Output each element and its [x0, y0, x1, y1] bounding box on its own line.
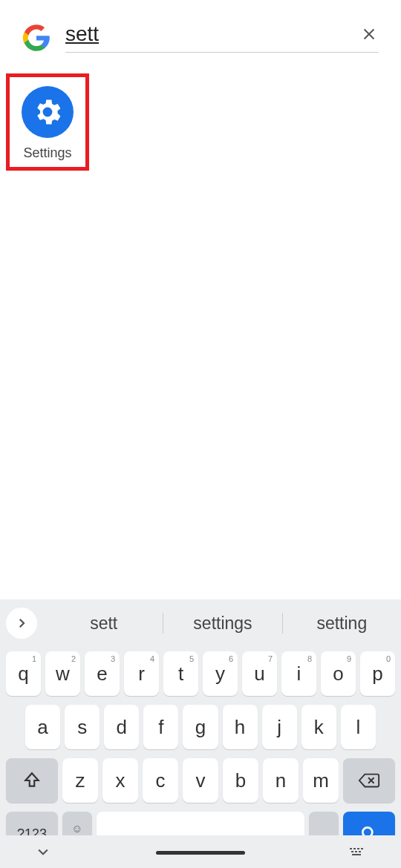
- app-result-label: Settings: [23, 145, 71, 161]
- key-w[interactable]: w2: [45, 651, 80, 696]
- key-z[interactable]: z: [62, 758, 98, 803]
- svg-rect-6: [355, 851, 357, 852]
- key-h[interactable]: h: [223, 705, 258, 749]
- key-d[interactable]: d: [104, 705, 139, 749]
- backspace-icon: [358, 772, 380, 789]
- backspace-key[interactable]: [343, 758, 395, 803]
- key-t[interactable]: t5: [163, 651, 198, 696]
- key-e[interactable]: e3: [85, 651, 120, 696]
- clear-search-button[interactable]: [359, 24, 379, 44]
- keyboard: sett settings setting q1w2e3r4t5y6u7i8o9…: [0, 599, 401, 868]
- svg-rect-8: [352, 854, 361, 855]
- key-y[interactable]: y6: [203, 651, 238, 696]
- shift-key[interactable]: [6, 758, 58, 803]
- suggestion-0[interactable]: sett: [45, 614, 163, 634]
- gear-icon: [31, 96, 64, 128]
- key-p[interactable]: p0: [360, 651, 395, 696]
- keyboard-row-2: asdfghjkl: [0, 700, 401, 754]
- keyboard-row-1: q1w2e3r4t5y6u7i8o9p0: [0, 647, 401, 700]
- expand-suggestions-button[interactable]: [6, 608, 37, 639]
- svg-rect-2: [353, 848, 356, 849]
- svg-rect-5: [351, 851, 353, 852]
- home-indicator[interactable]: [156, 851, 245, 855]
- svg-rect-7: [359, 851, 361, 852]
- key-n[interactable]: n: [263, 758, 299, 803]
- search-query-text: sett: [65, 22, 99, 46]
- key-l[interactable]: l: [341, 705, 376, 749]
- svg-rect-3: [357, 848, 359, 849]
- key-f[interactable]: f: [143, 705, 178, 749]
- key-a[interactable]: a: [25, 705, 60, 749]
- key-j[interactable]: j: [262, 705, 297, 749]
- keyboard-switcher-icon[interactable]: [349, 846, 365, 858]
- key-c[interactable]: c: [143, 758, 178, 803]
- key-b[interactable]: b: [223, 758, 258, 803]
- key-g[interactable]: g: [183, 705, 218, 749]
- key-q[interactable]: q1: [6, 651, 41, 696]
- search-results: Settings: [0, 60, 401, 171]
- close-icon: [361, 26, 377, 42]
- suggestion-2[interactable]: setting: [283, 614, 401, 634]
- settings-app-icon: [22, 86, 74, 138]
- shift-icon: [22, 771, 42, 790]
- google-logo-icon: [22, 24, 50, 52]
- suggestion-row: sett settings setting: [0, 599, 401, 647]
- key-m[interactable]: m: [303, 758, 339, 803]
- svg-rect-4: [361, 848, 363, 849]
- search-input[interactable]: sett: [65, 22, 379, 53]
- key-u[interactable]: u7: [242, 651, 277, 696]
- key-x[interactable]: x: [102, 758, 138, 803]
- keyboard-row-3: zxcvbnm: [0, 754, 401, 807]
- chevron-right-icon: [15, 617, 28, 630]
- key-v[interactable]: v: [183, 758, 218, 803]
- app-result-settings[interactable]: Settings: [6, 73, 89, 171]
- key-s[interactable]: s: [65, 705, 100, 749]
- svg-rect-1: [350, 848, 352, 849]
- nav-bar: [0, 835, 401, 868]
- key-k[interactable]: k: [301, 705, 336, 749]
- key-r[interactable]: r4: [124, 651, 159, 696]
- search-bar: sett: [0, 0, 401, 60]
- suggestion-1[interactable]: settings: [163, 614, 281, 634]
- collapse-keyboard-button[interactable]: [36, 844, 50, 859]
- key-o[interactable]: o9: [321, 651, 356, 696]
- key-i[interactable]: i8: [281, 651, 316, 696]
